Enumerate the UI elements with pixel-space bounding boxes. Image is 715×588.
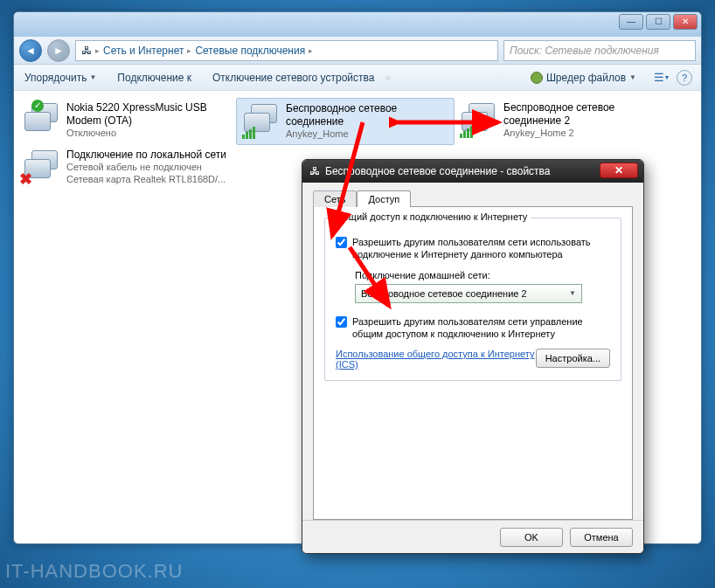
- home-network-label: Подключение домашней сети:: [355, 270, 610, 280]
- dialog-titlebar[interactable]: 🖧 Беспроводное сетевое соединение - свой…: [302, 160, 643, 183]
- connection-name: Беспроводное сетевое соединение 2: [503, 101, 668, 128]
- address-bar[interactable]: 🖧 ▸ Сеть и Интернет ▸ Сетевые подключени…: [75, 40, 498, 61]
- checkbox-label: Разрешить другим пользователям сети упра…: [352, 315, 610, 341]
- connection-name: Беспроводное сетевое соединение: [286, 102, 448, 128]
- network-icon: 🖧: [309, 165, 320, 177]
- connection-status: Сетевой кабель не подключен: [66, 162, 226, 174]
- connection-name: Подключение по локальной сети: [66, 149, 226, 162]
- breadcrumb[interactable]: Сеть и Интернет: [103, 45, 184, 57]
- close-button[interactable]: ✕: [673, 14, 698, 30]
- toolbar: Упорядочить▼ Подключение к Отключение се…: [14, 65, 701, 91]
- checkbox-input[interactable]: [336, 237, 347, 248]
- network-icon: 🖧: [81, 45, 92, 57]
- shredder-button[interactable]: Шредер файлов▼: [520, 72, 647, 84]
- ok-button[interactable]: OK: [500, 528, 563, 547]
- explorer-titlebar[interactable]: — ☐ ✕: [14, 12, 701, 37]
- signal-icon: [460, 126, 473, 138]
- tab-network[interactable]: Сеть: [313, 190, 357, 207]
- nav-bar: ◄ ► 🖧 ▸ Сеть и Интернет ▸ Сетевые подклю…: [14, 37, 701, 65]
- signal-icon: [242, 127, 255, 139]
- breadcrumb[interactable]: Сетевые подключения: [195, 45, 305, 57]
- checkbox-allow-share[interactable]: Разрешить другим пользователям сети испо…: [336, 236, 610, 261]
- chevron-down-icon: ▼: [569, 289, 576, 297]
- help-icon[interactable]: ?: [677, 70, 692, 86]
- connection-item-wireless-1[interactable]: Беспроводное сетевое соединение Anykey_H…: [236, 98, 455, 145]
- search-input[interactable]: Поиск: Сетевые подключения: [503, 40, 696, 61]
- watermark: IT-HANDBOOK.RU: [5, 560, 183, 583]
- checkbox-input[interactable]: [336, 316, 347, 328]
- error-icon: ✖: [19, 169, 32, 189]
- minimize-button[interactable]: —: [619, 14, 643, 30]
- connection-status: Отключено: [66, 128, 231, 140]
- checkbox-label: Разрешить другим пользователям сети испо…: [352, 236, 610, 261]
- connection-item-lan[interactable]: ✖ Подключение по локальной сети Сетевой …: [17, 145, 245, 190]
- home-network-combo[interactable]: Беспроводное сетевое соединение 2 ▼: [355, 284, 582, 303]
- connection-device: Сетевая карта Realtek RTL8168D/...: [66, 174, 226, 186]
- check-icon: ✓: [31, 100, 44, 112]
- connection-status: Anykey_Home 2: [503, 128, 668, 140]
- tab-sharing[interactable]: Доступ: [357, 190, 411, 207]
- tab-sharing-page: Общий доступ к подключению к Интернету Р…: [313, 206, 633, 520]
- settings-button[interactable]: Настройка...: [536, 349, 610, 368]
- disable-device-menu[interactable]: Отключение сетевого устройства: [202, 65, 385, 90]
- maximize-button[interactable]: ☐: [646, 14, 670, 30]
- dialog-title: Беспроводное сетевое соединение - свойст…: [325, 165, 551, 177]
- connection-name: Nokia 5220 XpressMusic USB Modem (OTA): [66, 101, 231, 128]
- back-button[interactable]: ◄: [19, 39, 42, 62]
- properties-dialog: 🖧 Беспроводное сетевое соединение - свой…: [302, 159, 644, 554]
- connection-status: Anykey_Home: [286, 128, 448, 141]
- cancel-button[interactable]: Отмена: [570, 528, 633, 547]
- view-icon[interactable]: ☰▼: [652, 68, 671, 87]
- connection-item-wireless-2[interactable]: Беспроводное сетевое соединение 2 Anykey…: [455, 98, 673, 145]
- dialog-close-button[interactable]: ✕: [600, 163, 638, 178]
- organize-menu[interactable]: Упорядочить▼: [14, 65, 107, 90]
- search-placeholder: Поиск: Сетевые подключения: [510, 45, 659, 57]
- checkbox-allow-control[interactable]: Разрешить другим пользователям сети упра…: [336, 315, 610, 341]
- ics-help-link[interactable]: Использование общего доступа к Интернету…: [336, 349, 536, 370]
- group-title: Общий доступ к подключению к Интернету: [332, 211, 531, 222]
- forward-button[interactable]: ►: [47, 39, 70, 62]
- connection-item-usb-modem[interactable]: ✓ Nokia 5220 XpressMusic USB Modem (OTA)…: [17, 98, 236, 145]
- combo-value: Беспроводное сетевое соединение 2: [361, 288, 527, 299]
- connect-menu[interactable]: Подключение к: [107, 65, 202, 90]
